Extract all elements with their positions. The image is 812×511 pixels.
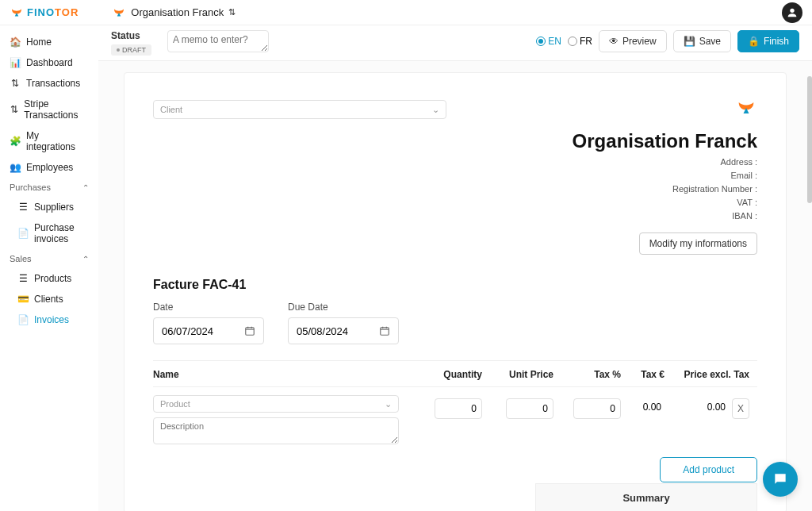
- date-input[interactable]: 06/07/2024: [153, 317, 264, 344]
- line-items-header: Name Quantity Unit Price Tax % Tax € Pri…: [153, 360, 757, 387]
- sidebar: 🏠Home 📊Dashboard ⇅Transactions ⇅Stripe T…: [0, 25, 98, 511]
- svg-rect-2: [381, 328, 389, 335]
- list-icon: ☰: [17, 273, 29, 284]
- nav-integrations[interactable]: 🧩My integrations: [5, 125, 94, 157]
- org-email: Email :: [573, 171, 757, 180]
- client-placeholder: Client: [160, 105, 182, 114]
- unit-price-input[interactable]: [506, 398, 553, 419]
- chat-icon: [772, 471, 788, 487]
- main-content: Status DRAFT EN FR 👁Preview 💾Save 🔒Finis…: [98, 25, 812, 511]
- language-switch: EN FR: [536, 36, 592, 47]
- due-date-label: Due Date: [288, 302, 399, 313]
- nav-stripe[interactable]: ⇅Stripe Transactions: [5, 94, 94, 125]
- nav-group-sales[interactable]: Sales⌃: [5, 249, 94, 268]
- client-select[interactable]: Client ⌄: [153, 100, 446, 119]
- chart-icon: 📊: [10, 57, 21, 68]
- radio-on-icon: [536, 36, 546, 46]
- col-qty: Quantity: [423, 369, 482, 380]
- org-address: Address :: [573, 157, 757, 167]
- invoice-title: Facture FAC-41: [153, 278, 757, 292]
- modify-info-button[interactable]: Modify my informations: [639, 232, 757, 255]
- nav-products[interactable]: ☰Products: [13, 268, 94, 289]
- eye-icon: 👁: [609, 36, 619, 47]
- svg-rect-1: [246, 328, 255, 335]
- invoice-card: Client ⌄ Organisation Franck Address : E…: [124, 72, 787, 511]
- sort-icon: ⇅: [228, 7, 236, 17]
- due-date-input[interactable]: 05/08/2024: [288, 317, 399, 344]
- org-name: Organisation Franck: [573, 130, 757, 152]
- swap-icon: ⇅: [10, 104, 18, 115]
- chevron-up-icon: ⌃: [82, 183, 89, 192]
- save-button[interactable]: 💾Save: [673, 30, 731, 52]
- date-label: Date: [153, 302, 264, 313]
- product-select[interactable]: Product⌄: [153, 395, 399, 413]
- user-icon: [786, 6, 799, 19]
- org-vat: VAT :: [573, 198, 757, 207]
- status-label: Status: [111, 30, 151, 41]
- org-reg: Registration Number :: [573, 184, 757, 194]
- lang-fr[interactable]: FR: [568, 36, 592, 47]
- users-icon: 👥: [10, 162, 21, 173]
- brand-logo[interactable]: FINOTOR: [10, 6, 79, 20]
- user-avatar[interactable]: [782, 2, 802, 23]
- brand-text-1: FINO: [27, 6, 55, 18]
- nav-purchase-invoices[interactable]: 📄Purchase invoices: [13, 217, 94, 249]
- org-info: Organisation Franck Address : Email : Re…: [573, 97, 757, 255]
- tax-percent-input[interactable]: [573, 398, 621, 419]
- line-item-row: Product⌄ 0.00 0.00X: [153, 395, 757, 444]
- tax-amount: 0.00: [621, 402, 665, 413]
- nav-clients[interactable]: 💳Clients: [13, 289, 94, 309]
- swap-icon: ⇅: [10, 78, 21, 89]
- document-icon: 📄: [17, 314, 29, 325]
- nav-group-purchases[interactable]: Purchases⌃: [5, 178, 94, 197]
- chat-button[interactable]: [763, 462, 798, 497]
- chevron-sort-icon: ⌄: [385, 399, 392, 409]
- preview-button[interactable]: 👁Preview: [599, 30, 667, 52]
- nav-invoices[interactable]: 📄Invoices: [13, 309, 94, 330]
- chevron-up-icon: ⌃: [82, 255, 89, 263]
- nav-suppliers[interactable]: ☰Suppliers: [13, 197, 94, 217]
- nav-employees[interactable]: 👥Employees: [5, 157, 94, 178]
- card-icon: 💳: [17, 294, 29, 305]
- scrollbar[interactable]: [807, 76, 812, 203]
- bull-icon: [112, 6, 126, 20]
- memo-input[interactable]: [167, 30, 269, 52]
- remove-line-button[interactable]: X: [732, 398, 749, 419]
- chevron-sort-icon: ⌄: [432, 105, 439, 115]
- status-badge: DRAFT: [111, 44, 151, 56]
- qty-input[interactable]: [435, 398, 482, 419]
- plug-icon: 🧩: [10, 136, 21, 147]
- col-name: Name: [153, 369, 423, 380]
- document-icon: 📄: [17, 228, 29, 239]
- org-switcher-label: Organisation Franck: [131, 6, 224, 18]
- nav-home[interactable]: 🏠Home: [5, 32, 94, 52]
- calendar-icon: [244, 325, 255, 336]
- org-iban: IBAN :: [573, 211, 757, 221]
- nav-dashboard[interactable]: 📊Dashboard: [5, 52, 94, 73]
- toolbar: Status DRAFT EN FR 👁Preview 💾Save 🔒Finis…: [98, 25, 812, 61]
- col-taxp: Tax %: [553, 369, 621, 380]
- topbar: FINOTOR Organisation Franck ⇅: [0, 0, 812, 25]
- description-input[interactable]: [153, 417, 399, 444]
- brand-text-2: TOR: [55, 6, 79, 18]
- calendar-icon: [379, 325, 390, 336]
- bull-logo-icon: [10, 6, 24, 20]
- list-icon: ☰: [17, 202, 29, 213]
- add-product-button[interactable]: Add product: [660, 457, 757, 482]
- lock-icon: 🔒: [748, 36, 760, 47]
- col-total: Price excl. Tax: [665, 369, 757, 380]
- org-logo-icon: [735, 97, 757, 119]
- save-icon: 💾: [684, 36, 695, 47]
- line-total: 0.00: [707, 402, 729, 413]
- col-taxe: Tax €: [621, 369, 665, 380]
- home-icon: 🏠: [10, 36, 21, 48]
- org-switcher[interactable]: Organisation Franck ⇅: [112, 6, 236, 20]
- col-price: Unit Price: [482, 369, 553, 380]
- summary-header: Summary: [535, 483, 757, 511]
- svg-point-0: [790, 8, 794, 12]
- radio-off-icon: [568, 36, 577, 46]
- finish-button[interactable]: 🔒Finish: [737, 30, 799, 52]
- nav-transactions[interactable]: ⇅Transactions: [5, 73, 94, 94]
- lang-en[interactable]: EN: [536, 36, 561, 47]
